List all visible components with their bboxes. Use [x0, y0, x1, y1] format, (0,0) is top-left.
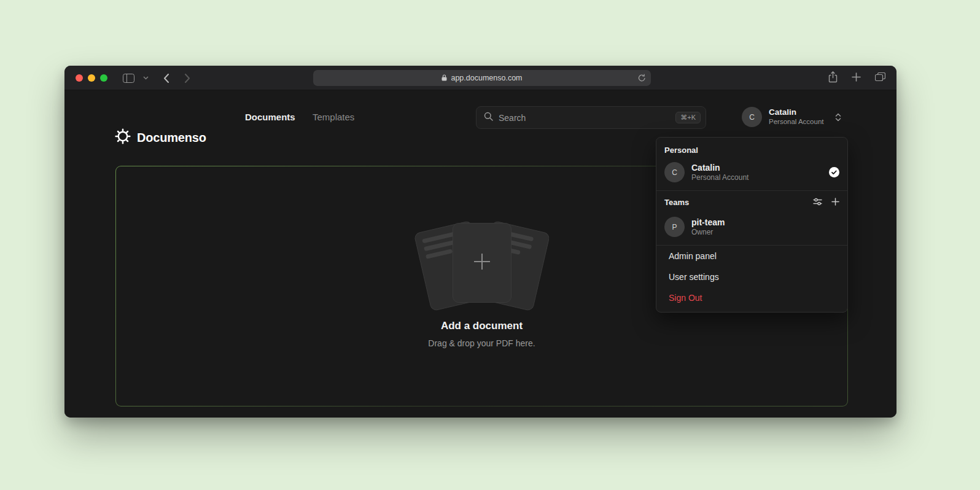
menu-personal-label: Personal: [656, 138, 847, 158]
back-button[interactable]: [160, 66, 172, 90]
lock-icon: [441, 72, 447, 84]
menu-teams-header: Teams: [656, 191, 847, 214]
url-text: app.documenso.com: [451, 74, 522, 82]
search-box[interactable]: ⌘+K: [476, 106, 706, 129]
personal-item-name: Catalin: [691, 162, 749, 173]
chevron-up-down-icon: [835, 112, 841, 122]
browser-titlebar: app.documenso.com: [64, 66, 896, 90]
menu-item-team[interactable]: P pit-team Owner: [656, 214, 847, 245]
window-controls: [76, 74, 107, 82]
tab-overview-icon[interactable]: [875, 72, 885, 84]
avatar: P: [664, 217, 685, 237]
account-menu-trigger[interactable]: C Catalin Personal Account: [742, 107, 841, 127]
brand-name: Documenso: [137, 131, 206, 145]
account-dropdown-menu: Personal C Catalin Personal Account Team…: [656, 137, 848, 313]
avatar: C: [664, 162, 685, 182]
team-item-subtitle: Owner: [691, 228, 725, 238]
menu-teams-label: Teams: [664, 198, 689, 207]
nav-documents[interactable]: Documents: [245, 112, 295, 122]
team-item-texts: pit-team Owner: [691, 217, 725, 238]
documenso-logo-icon: [115, 128, 131, 147]
reload-icon[interactable]: [638, 74, 646, 85]
add-team-icon[interactable]: [831, 197, 839, 208]
menu-item-sign-out[interactable]: Sign Out: [656, 287, 847, 308]
search-icon: [484, 112, 493, 123]
titlebar-right-actions: [828, 66, 885, 90]
avatar: C: [742, 107, 762, 127]
personal-item-subtitle: Personal Account: [691, 173, 749, 183]
search-shortcut-badge: ⌘+K: [675, 112, 701, 123]
plus-icon: [472, 251, 492, 274]
account-subtitle: Personal Account: [769, 117, 828, 126]
personal-item-texts: Catalin Personal Account: [691, 162, 749, 183]
menu-item-user-settings[interactable]: User settings: [656, 266, 847, 287]
address-bar[interactable]: app.documenso.com: [313, 70, 651, 86]
forward-button[interactable]: [181, 66, 193, 90]
selected-check-icon: [829, 167, 839, 177]
dropzone-subtitle: Drag & drop your PDF here.: [116, 338, 847, 348]
manage-teams-icon[interactable]: [813, 197, 822, 208]
menu-item-personal-account[interactable]: C Catalin Personal Account: [656, 158, 847, 190]
account-name: Catalin: [769, 107, 828, 118]
brand[interactable]: Documenso: [115, 128, 206, 147]
share-icon[interactable]: [828, 71, 838, 85]
team-item-name: pit-team: [691, 217, 725, 228]
sidebar-toggle-icon[interactable]: [121, 66, 136, 90]
app-page: Documenso Documents Templates ⌘+K C Cata…: [64, 90, 896, 418]
close-window-button[interactable]: [76, 74, 83, 82]
browser-window: app.documenso.com: [64, 66, 896, 418]
chevron-down-icon[interactable]: [141, 66, 150, 90]
nav-templates[interactable]: Templates: [313, 112, 354, 122]
document-card-add: [453, 223, 511, 303]
account-texts: Catalin Personal Account: [769, 107, 828, 127]
zoom-window-button[interactable]: [100, 74, 107, 82]
new-tab-icon[interactable]: [852, 72, 861, 84]
teams-actions: [813, 197, 839, 208]
dropzone-title: Add a document: [116, 320, 847, 332]
minimize-window-button[interactable]: [88, 74, 95, 82]
search-input[interactable]: [499, 113, 675, 123]
menu-item-admin-panel[interactable]: Admin panel: [656, 246, 847, 266]
